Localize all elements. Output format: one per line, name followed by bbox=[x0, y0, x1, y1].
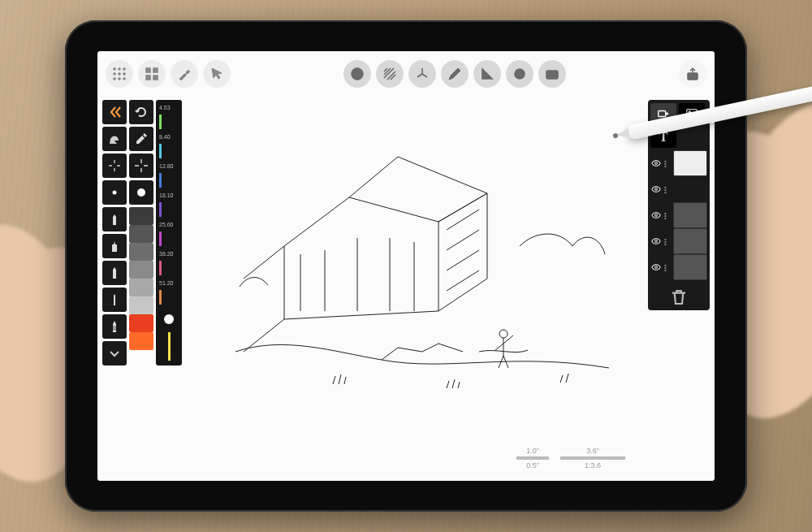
globe-3d-icon[interactable] bbox=[343, 60, 371, 88]
svg-point-21 bbox=[113, 191, 117, 195]
svg-rect-10 bbox=[146, 68, 150, 72]
layer-thumbnail[interactable] bbox=[673, 228, 707, 254]
top-toolbar bbox=[97, 58, 715, 90]
ruler-tick-label: 8.40 bbox=[159, 134, 171, 140]
layer-options-icon[interactable]: ••• bbox=[664, 212, 671, 219]
svg-rect-23 bbox=[659, 110, 666, 116]
svg-point-30 bbox=[655, 266, 658, 269]
ruler-segment[interactable]: 38.20 bbox=[158, 249, 180, 279]
svg-point-6 bbox=[123, 73, 126, 76]
layer-options-icon[interactable]: ••• bbox=[664, 264, 671, 271]
brush-marker-icon[interactable] bbox=[102, 234, 127, 258]
ruler-segment[interactable]: 8.40 bbox=[158, 132, 180, 162]
ruler-segment[interactable]: 25.60 bbox=[158, 220, 180, 249]
layer-thumbnail[interactable] bbox=[673, 202, 707, 228]
redo-circle-icon[interactable] bbox=[129, 100, 153, 124]
eyedropper-icon[interactable] bbox=[129, 127, 153, 151]
wrench-icon[interactable] bbox=[171, 60, 198, 88]
circle-target-icon[interactable] bbox=[506, 60, 533, 88]
svg-point-26 bbox=[655, 162, 658, 165]
layer-visibility-icon[interactable] bbox=[650, 184, 662, 195]
brush-expand-icon[interactable] bbox=[102, 341, 127, 365]
layer-options-icon[interactable]: ••• bbox=[664, 238, 671, 245]
svg-point-28 bbox=[655, 214, 658, 217]
layer-visibility-icon[interactable] bbox=[650, 262, 662, 273]
share-icon[interactable] bbox=[679, 60, 706, 88]
brush-pencil-icon[interactable] bbox=[102, 261, 127, 285]
grid-squares-icon[interactable] bbox=[138, 60, 166, 88]
color-swatch[interactable] bbox=[129, 296, 153, 314]
brush-dot-small-icon[interactable] bbox=[102, 180, 127, 205]
scale-bottom-1: 0.5" bbox=[526, 461, 539, 469]
svg-point-4 bbox=[114, 73, 116, 76]
left-tool-panel: 4.538.4012.8018.1025.6038.2051.20 bbox=[102, 100, 208, 365]
aim-small-icon[interactable] bbox=[102, 154, 127, 178]
architecture-sketch bbox=[235, 108, 609, 400]
ruler-segment[interactable]: 12.80 bbox=[158, 162, 180, 191]
layer-row: ••• bbox=[650, 228, 707, 254]
brush-liner-icon[interactable] bbox=[102, 207, 127, 231]
scale-bar-2 bbox=[560, 456, 625, 460]
brush-hatch-icon[interactable] bbox=[102, 314, 127, 339]
color-swatch[interactable] bbox=[129, 261, 153, 279]
color-swatch[interactable] bbox=[129, 243, 153, 261]
collapse-arrows-icon[interactable] bbox=[102, 100, 127, 124]
swatch-column bbox=[129, 100, 153, 365]
layer-row: ••• bbox=[650, 150, 707, 176]
svg-rect-12 bbox=[146, 76, 150, 80]
ipad-device: 1.0" 0.5" 3.6" 1:3.6 bbox=[65, 20, 747, 512]
scale-readout: 1.0" 0.5" 3.6" 1:3.6 bbox=[516, 447, 625, 469]
grid-dots-icon[interactable] bbox=[106, 60, 133, 88]
svg-point-9 bbox=[123, 78, 126, 80]
undo-stroke-icon[interactable] bbox=[102, 127, 127, 151]
aim-large-icon[interactable] bbox=[129, 154, 153, 178]
layer-row: ••• bbox=[650, 202, 707, 228]
color-swatch[interactable] bbox=[129, 225, 153, 243]
ruler-segment[interactable]: 51.20 bbox=[158, 279, 180, 308]
ruler-knob-icon[interactable] bbox=[164, 314, 174, 324]
color-swatch[interactable] bbox=[129, 207, 153, 225]
svg-point-0 bbox=[499, 330, 508, 338]
layer-visibility-icon[interactable] bbox=[650, 158, 662, 169]
pencil-icon[interactable] bbox=[441, 60, 469, 88]
top-right-group bbox=[679, 60, 706, 88]
top-center-group bbox=[343, 60, 566, 88]
ruler-segment[interactable]: 18.10 bbox=[158, 191, 180, 220]
scale-top-2: 3.6" bbox=[586, 447, 599, 455]
svg-point-5 bbox=[119, 73, 121, 76]
color-swatch[interactable] bbox=[129, 332, 153, 350]
layer-row: ••• bbox=[650, 254, 707, 280]
brush-dot-large-icon[interactable] bbox=[129, 180, 153, 205]
brush-pen-icon[interactable] bbox=[102, 288, 127, 312]
arrow-cursor-icon[interactable] bbox=[203, 60, 231, 88]
camera-icon[interactable] bbox=[538, 60, 566, 88]
layer-thumbnail[interactable] bbox=[673, 254, 707, 280]
svg-rect-20 bbox=[688, 73, 698, 80]
svg-point-22 bbox=[137, 188, 145, 197]
layer-visibility-icon[interactable] bbox=[650, 236, 662, 247]
color-swatch[interactable] bbox=[129, 314, 153, 332]
layer-thumbnail[interactable] bbox=[673, 150, 707, 176]
size-ruler[interactable]: 4.538.4012.8018.1025.6038.2051.20 bbox=[156, 100, 182, 365]
svg-rect-11 bbox=[153, 68, 158, 72]
scale-bottom-2: 1:3.6 bbox=[585, 461, 601, 469]
top-left-group bbox=[106, 60, 231, 88]
axes-icon[interactable] bbox=[408, 60, 436, 88]
ruler-tick-label: 12.80 bbox=[159, 163, 174, 169]
svg-point-29 bbox=[655, 240, 658, 243]
trash-icon[interactable] bbox=[669, 288, 689, 307]
color-swatch[interactable] bbox=[129, 279, 153, 296]
scale-top-1: 1.0" bbox=[526, 447, 539, 455]
svg-point-8 bbox=[119, 78, 121, 80]
ruler-tick-label: 25.60 bbox=[159, 222, 174, 227]
hatch-icon[interactable] bbox=[376, 60, 404, 88]
svg-point-19 bbox=[550, 72, 555, 77]
svg-point-27 bbox=[655, 188, 658, 191]
svg-point-3 bbox=[123, 68, 126, 71]
layer-visibility-icon[interactable] bbox=[650, 210, 662, 221]
ruler-triangle-icon[interactable] bbox=[473, 60, 501, 88]
layer-options-icon[interactable]: ••• bbox=[664, 160, 671, 167]
svg-point-16 bbox=[355, 68, 360, 80]
layer-options-icon[interactable]: ••• bbox=[664, 186, 671, 193]
ruler-segment[interactable]: 4.53 bbox=[158, 103, 180, 132]
